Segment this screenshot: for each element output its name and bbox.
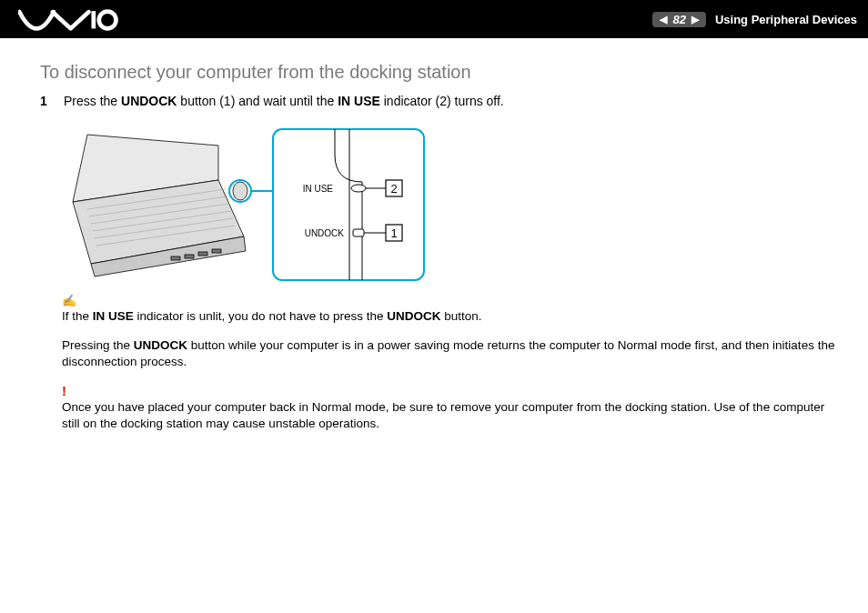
note-2: Pressing the UNDOCK button while your co… <box>62 337 837 370</box>
svg-rect-20 <box>353 229 364 236</box>
warning-text: Once you have placed your computer back … <box>62 399 837 432</box>
step-1: 1 Press the UNDOCK button (1) and wait u… <box>40 92 837 111</box>
figure-svg: IN USE 2 UNDOCK 1 <box>62 127 426 282</box>
laptop-illustration <box>73 135 247 276</box>
label-undock: UNDOCK <box>305 228 345 238</box>
next-page-button[interactable]: ▶ <box>691 14 699 25</box>
svg-rect-14 <box>212 249 221 253</box>
page: ◀ 82 ▶ Using Peripheral Devices To disco… <box>0 0 868 613</box>
page-title: To disconnect your computer from the doc… <box>40 62 837 83</box>
note-1: If the IN USE indicator is unlit, you do… <box>62 308 837 325</box>
zoom-panel: IN USE 2 UNDOCK 1 <box>273 129 424 280</box>
svg-rect-0 <box>91 11 96 28</box>
prev-page-button[interactable]: ◀ <box>660 14 667 25</box>
step-text: Press the UNDOCK button (1) and wait unt… <box>64 92 504 111</box>
svg-point-1 <box>99 12 116 29</box>
callout-1: 1 <box>390 226 397 240</box>
figure: IN USE 2 UNDOCK 1 <box>62 127 837 282</box>
svg-rect-12 <box>185 255 194 258</box>
svg-rect-16 <box>273 129 424 280</box>
vaio-logo <box>18 7 118 31</box>
svg-rect-11 <box>171 256 180 260</box>
header-right: ◀ 82 ▶ Using Peripheral Devices <box>652 12 857 27</box>
label-in-use: IN USE <box>303 184 334 194</box>
svg-point-15 <box>233 182 247 200</box>
vaio-logo-svg <box>18 7 118 31</box>
svg-rect-13 <box>198 252 207 256</box>
step-number: 1 <box>40 92 51 111</box>
pager: ◀ 82 ▶ <box>652 12 705 27</box>
page-number: 82 <box>672 13 685 26</box>
callout-2: 2 <box>390 182 397 196</box>
svg-point-17 <box>351 185 366 192</box>
section-title: Using Peripheral Devices <box>715 13 857 26</box>
note-icon: ✍ <box>62 295 837 306</box>
warning-icon: ! <box>62 384 837 397</box>
header-bar: ◀ 82 ▶ Using Peripheral Devices <box>0 0 868 38</box>
content-area: To disconnect your computer from the doc… <box>0 38 868 432</box>
